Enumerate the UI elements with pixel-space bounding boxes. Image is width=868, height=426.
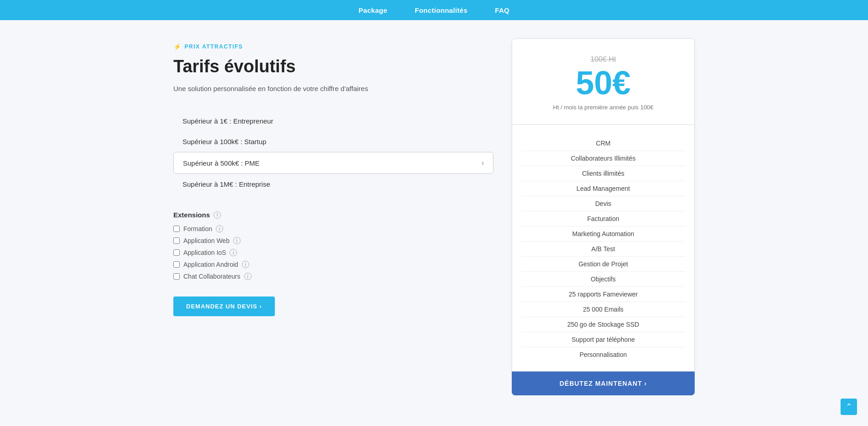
- ext-chat-checkbox[interactable]: [173, 273, 180, 280]
- extensions-info-icon[interactable]: i: [214, 211, 221, 219]
- feature-clients: Clients illimités: [521, 166, 685, 181]
- extensions-title: Extensions i: [173, 211, 493, 219]
- chat-info-icon[interactable]: i: [244, 273, 252, 280]
- ext-application-android[interactable]: Application Android i: [173, 261, 493, 268]
- ext-application-ios[interactable]: Application IoS i: [173, 249, 493, 256]
- feature-rapports: 25 rapports Fameviewer: [521, 287, 685, 302]
- badge-prix-attractifs: ⚡ PRIX ATTRACTIFS: [173, 43, 493, 50]
- feature-ab-test: A/B Test: [521, 242, 685, 257]
- price-card: 100€ Ht 50€ Ht / mois la première année …: [512, 38, 695, 125]
- features-list: CRM Collaborateurs Illimités Clients ill…: [521, 136, 685, 362]
- tier-startup[interactable]: Supérieur à 100k€ : Startup: [173, 131, 493, 152]
- feature-marketing: Marketing Automation: [521, 226, 685, 242]
- feature-devis: Devis: [521, 196, 685, 211]
- page-title: Tarifs évolutifs: [173, 57, 493, 76]
- left-panel: ⚡ PRIX ATTRACTIFS Tarifs évolutifs Une s…: [173, 38, 493, 316]
- extensions-section: Extensions i Formation i Application Web…: [173, 211, 493, 280]
- chevron-right-icon: ›: [482, 159, 484, 167]
- subtitle: Une solution personnalisée en fonction d…: [173, 85, 493, 92]
- feature-facturation: Facturation: [521, 211, 685, 226]
- bolt-icon: ⚡: [173, 43, 182, 50]
- chevron-up-icon: ⌃: [846, 402, 852, 412]
- feature-gestion-projet: Gestion de Projet: [521, 257, 685, 272]
- features-card: CRM Collaborateurs Illimités Clients ill…: [512, 125, 695, 372]
- feature-collaborateurs: Collaborateurs Illimités: [521, 151, 685, 166]
- cta-right-wrap: DÉBUTEZ MAINTENANT ›: [512, 372, 695, 395]
- appweb-info-icon[interactable]: i: [233, 237, 241, 244]
- tier-pme[interactable]: Supérieur à 500k€ : PME ›: [173, 152, 493, 174]
- ext-appandroid-checkbox[interactable]: [173, 261, 180, 268]
- new-price: 50€: [521, 66, 685, 99]
- nav-faq[interactable]: FAQ: [495, 6, 509, 14]
- feature-crm: CRM: [521, 136, 685, 151]
- tiers-list: Supérieur à 1€ : Entrepreneur Supérieur …: [173, 111, 493, 194]
- scroll-to-top-button[interactable]: ⌃: [841, 399, 857, 415]
- ext-appweb-checkbox[interactable]: [173, 237, 180, 244]
- feature-objectifs: Objectifs: [521, 272, 685, 287]
- feature-emails: 25 000 Emails: [521, 302, 685, 317]
- feature-support: Support par téléphone: [521, 332, 685, 347]
- demandez-devis-button[interactable]: DEMANDEZ UN DEVIS ›: [173, 297, 275, 316]
- price-description: Ht / mois la première année puis 100€: [521, 104, 685, 111]
- feature-lead: Lead Management: [521, 181, 685, 196]
- ext-formation-checkbox[interactable]: [173, 226, 180, 232]
- feature-personnalisation: Personnalisation: [521, 347, 685, 362]
- debutez-maintenant-button[interactable]: DÉBUTEZ MAINTENANT ›: [512, 372, 695, 395]
- ext-application-web[interactable]: Application Web i: [173, 237, 493, 244]
- navbar: Package Fonctionnalités FAQ: [0, 0, 868, 20]
- ext-chat-collaborateurs[interactable]: Chat Collaborateurs i: [173, 273, 493, 280]
- tier-entrepreneur[interactable]: Supérieur à 1€ : Entrepreneur: [173, 111, 493, 131]
- right-panel: 100€ Ht 50€ Ht / mois la première année …: [512, 38, 695, 395]
- main-container: ⚡ PRIX ATTRACTIFS Tarifs évolutifs Une s…: [160, 20, 708, 423]
- formation-info-icon[interactable]: i: [216, 225, 223, 232]
- tier-entreprise[interactable]: Supérieur à 1M€ : Entreprise: [173, 174, 493, 194]
- nav-fonctionnalites[interactable]: Fonctionnalités: [415, 6, 467, 14]
- feature-stockage: 250 go de Stockage SSD: [521, 317, 685, 332]
- nav-package[interactable]: Package: [359, 6, 387, 14]
- appios-info-icon[interactable]: i: [230, 249, 237, 256]
- old-price: 100€ Ht: [521, 55, 685, 64]
- ext-list: Formation i Application Web i Applicatio…: [173, 225, 493, 280]
- appandroid-info-icon[interactable]: i: [242, 261, 249, 268]
- ext-appios-checkbox[interactable]: [173, 249, 180, 256]
- ext-formation[interactable]: Formation i: [173, 225, 493, 232]
